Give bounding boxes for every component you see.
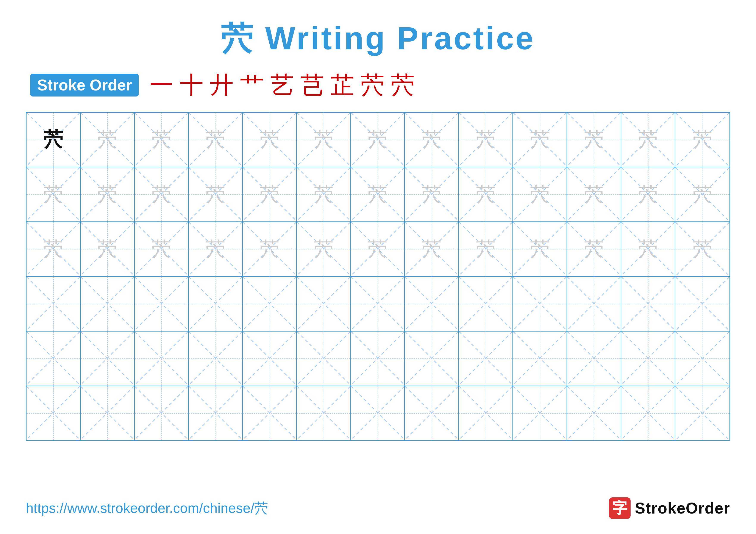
cell-6-13[interactable]	[675, 386, 729, 440]
cell-6-6[interactable]	[297, 386, 351, 440]
svg-line-125	[567, 332, 621, 385]
cell-3-4[interactable]: 茓	[189, 222, 243, 276]
cell-1-6[interactable]: 茓	[297, 113, 351, 167]
char-light: 茓	[368, 130, 387, 149]
stroke-6: 芑	[300, 73, 324, 97]
cell-3-13[interactable]: 茓	[675, 222, 729, 276]
cell-6-1[interactable]	[27, 386, 81, 440]
cell-1-7[interactable]: 茓	[351, 113, 405, 167]
svg-line-78	[27, 277, 80, 330]
cell-4-5[interactable]	[243, 277, 297, 331]
svg-line-143	[351, 386, 405, 440]
cell-5-7[interactable]	[351, 332, 405, 386]
cell-6-10[interactable]	[513, 386, 567, 440]
cell-4-10[interactable]	[513, 277, 567, 331]
cell-2-5[interactable]: 茓	[243, 167, 297, 221]
cell-2-9[interactable]: 茓	[459, 167, 513, 221]
cell-5-6[interactable]	[297, 332, 351, 386]
cell-2-10[interactable]: 茓	[513, 167, 567, 221]
cell-2-7[interactable]: 茓	[351, 167, 405, 221]
cell-3-7[interactable]: 茓	[351, 222, 405, 276]
cell-2-12[interactable]: 茓	[621, 167, 675, 221]
svg-line-81	[81, 277, 134, 330]
cell-6-3[interactable]	[135, 386, 189, 440]
svg-line-146	[459, 386, 512, 440]
cell-4-4[interactable]	[189, 277, 243, 331]
cell-4-9[interactable]	[459, 277, 513, 331]
cell-3-8[interactable]: 茓	[405, 222, 459, 276]
cell-2-4[interactable]: 茓	[189, 167, 243, 221]
cell-6-8[interactable]	[405, 386, 459, 440]
svg-line-93	[405, 277, 458, 330]
cell-5-10[interactable]	[513, 332, 567, 386]
cell-2-11[interactable]: 茓	[567, 167, 621, 221]
cell-5-2[interactable]	[81, 332, 135, 386]
cell-4-2[interactable]	[81, 277, 135, 331]
cell-4-11[interactable]	[567, 277, 621, 331]
cell-2-2[interactable]: 茓	[81, 167, 135, 221]
cell-3-6[interactable]: 茓	[297, 222, 351, 276]
cell-6-12[interactable]	[621, 386, 675, 440]
cell-5-11[interactable]	[567, 332, 621, 386]
cell-3-10[interactable]: 茓	[513, 222, 567, 276]
cell-5-13[interactable]	[675, 332, 729, 386]
svg-line-154	[675, 386, 729, 440]
svg-line-128	[675, 332, 729, 386]
cell-4-1[interactable]	[27, 277, 81, 331]
cell-1-8[interactable]: 茓	[405, 113, 459, 167]
cell-6-9[interactable]	[459, 386, 513, 440]
cell-3-1[interactable]: 茓	[27, 222, 81, 276]
cell-6-2[interactable]	[81, 386, 135, 440]
cell-3-2[interactable]: 茓	[81, 222, 135, 276]
cell-2-3[interactable]: 茓	[135, 167, 189, 221]
cell-4-13[interactable]	[675, 277, 729, 331]
cell-1-2[interactable]: 茓	[81, 113, 135, 167]
cell-5-1[interactable]	[27, 332, 81, 386]
cell-1-13[interactable]: 茓	[675, 113, 729, 167]
cell-5-4[interactable]	[189, 332, 243, 386]
cell-5-9[interactable]	[459, 332, 513, 386]
cell-5-12[interactable]	[621, 332, 675, 386]
cell-4-3[interactable]	[135, 277, 189, 331]
char-light: 茓	[422, 130, 441, 149]
svg-line-122	[513, 332, 567, 385]
cell-2-13[interactable]: 茓	[675, 167, 729, 221]
cell-3-3[interactable]: 茓	[135, 222, 189, 276]
cell-3-11[interactable]: 茓	[567, 222, 621, 276]
cell-1-10[interactable]: 茓	[513, 113, 567, 167]
cell-4-6[interactable]	[297, 277, 351, 331]
cell-1-11[interactable]: 茓	[567, 113, 621, 167]
cell-4-12[interactable]	[621, 277, 675, 331]
cell-1-4[interactable]: 茓	[189, 113, 243, 167]
cell-6-11[interactable]	[567, 386, 621, 440]
cell-1-5[interactable]: 茓	[243, 113, 297, 167]
cell-1-9[interactable]: 茓	[459, 113, 513, 167]
svg-line-120	[459, 332, 512, 385]
cell-5-8[interactable]	[405, 332, 459, 386]
footer-url-link[interactable]: https://www.strokeorder.com/chinese/茓	[26, 499, 268, 518]
cell-6-5[interactable]	[243, 386, 297, 440]
stroke-5: 艺	[270, 73, 294, 97]
cell-2-8[interactable]: 茓	[405, 167, 459, 221]
cell-3-9[interactable]: 茓	[459, 222, 513, 276]
svg-line-105	[27, 332, 80, 385]
cell-5-3[interactable]	[135, 332, 189, 386]
cell-3-5[interactable]: 茓	[243, 222, 297, 276]
svg-line-114	[297, 332, 350, 385]
cell-1-3[interactable]: 茓	[135, 113, 189, 167]
cell-2-1[interactable]: 茓	[27, 167, 81, 221]
cell-6-4[interactable]	[189, 386, 243, 440]
cell-1-12[interactable]: 茓	[621, 113, 675, 167]
cell-4-7[interactable]	[351, 277, 405, 331]
cell-3-12[interactable]: 茓	[621, 222, 675, 276]
svg-line-103	[675, 277, 729, 331]
cell-4-8[interactable]	[405, 277, 459, 331]
cell-2-6[interactable]: 茓	[297, 167, 351, 221]
cell-1-1[interactable]: 茓	[27, 113, 81, 167]
cell-5-5[interactable]	[243, 332, 297, 386]
stroke-2: 十	[180, 73, 203, 97]
char-light: 茓	[638, 130, 658, 149]
cell-6-7[interactable]	[351, 386, 405, 440]
char-light: 茓	[206, 130, 225, 149]
footer: https://www.strokeorder.com/chinese/茓 字 …	[26, 497, 730, 519]
